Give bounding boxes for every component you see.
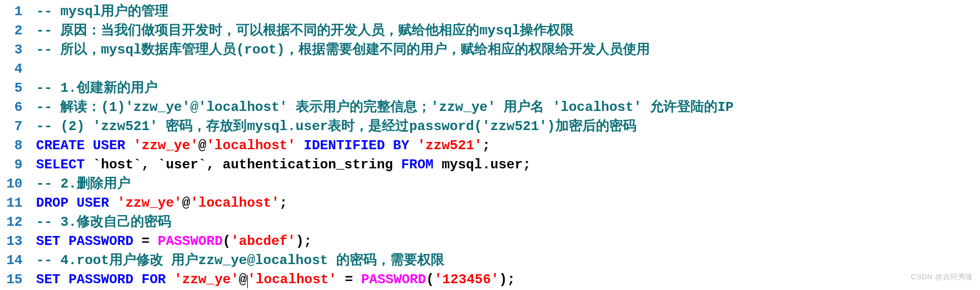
token-comment: -- 2.删除用户 xyxy=(36,176,131,191)
token-string: 'localhost' xyxy=(190,195,279,211)
code-line[interactable]: 15SET PASSWORD FOR 'zzw_ye'@'localhost' … xyxy=(0,270,980,289)
token-string: '123456' xyxy=(434,272,499,287)
line-number: 1 xyxy=(0,2,27,21)
token-text xyxy=(125,138,133,153)
line-content[interactable]: SELECT `host`, `user`, authentication_st… xyxy=(27,155,531,175)
token-text: ( xyxy=(222,234,230,249)
code-line[interactable]: 10-- 2.删除用户 xyxy=(0,175,980,194)
token-comment: -- mysql用户的管理 xyxy=(36,4,168,19)
line-number: 15 xyxy=(0,270,27,289)
token-comment: -- 3.修改自己的密码 xyxy=(36,215,171,230)
line-number: 13 xyxy=(0,232,27,251)
line-content[interactable]: -- 4.root用户修改 用户zzw_ye@localhost 的密码，需要权… xyxy=(27,251,444,270)
line-content[interactable]: DROP USER 'zzw_ye'@'localhost'; xyxy=(27,194,288,213)
line-content[interactable] xyxy=(27,60,36,79)
token-text xyxy=(385,138,393,153)
token-text: ; xyxy=(279,195,287,211)
code-line[interactable]: 7-- (2) 'zzw521' 密码，存放到mysql.user表时，是经过p… xyxy=(0,117,980,136)
token-text: mysql.user; xyxy=(434,157,531,172)
code-line[interactable]: 8CREATE USER 'zzw_ye'@'localhost' IDENTI… xyxy=(0,136,980,155)
token-comment: -- 解读：(1)'zzw_ye'@'localhost' 表示用户的完整信息；… xyxy=(36,100,734,115)
token-string: 'abcdef' xyxy=(231,234,296,249)
token-keyword: PASSWORD xyxy=(69,234,133,249)
token-comment: -- 所以，mysql数据库管理人员(root)，根据需要创建不同的用户，赋给相… xyxy=(36,42,650,57)
code-line[interactable]: 14-- 4.root用户修改 用户zzw_ye@localhost 的密码，需… xyxy=(0,251,980,270)
code-editor[interactable]: 1-- mysql用户的管理2-- 原因：当我们做项目开发时，可以根据不同的开发… xyxy=(0,2,980,289)
line-number: 14 xyxy=(0,251,27,270)
token-keyword: USER xyxy=(77,195,109,211)
line-content[interactable]: -- 解读：(1)'zzw_ye'@'localhost' 表示用户的完整信息；… xyxy=(27,98,734,117)
token-text xyxy=(296,138,304,153)
code-line[interactable]: 4 xyxy=(0,60,980,79)
token-keyword: FOR xyxy=(141,272,166,287)
line-number: 11 xyxy=(0,194,27,213)
token-text xyxy=(166,272,173,287)
token-text: ); xyxy=(296,234,312,249)
line-content[interactable]: -- 3.修改自己的密码 xyxy=(27,213,171,232)
token-text xyxy=(133,272,141,287)
code-line[interactable]: 3-- 所以，mysql数据库管理人员(root)，根据需要创建不同的用户，赋给… xyxy=(0,41,980,60)
token-keyword: USER xyxy=(93,138,126,153)
token-keyword: SET xyxy=(36,272,60,287)
line-number: 3 xyxy=(0,41,27,60)
token-text: @ xyxy=(182,195,190,211)
line-number: 7 xyxy=(0,117,27,136)
token-string: 'localhost' xyxy=(206,138,295,153)
line-number: 6 xyxy=(0,98,27,117)
token-keyword: IDENTIFIED xyxy=(304,138,385,153)
line-content[interactable]: -- 2.删除用户 xyxy=(27,175,131,194)
token-keyword: PASSWORD xyxy=(69,272,133,287)
token-comment: -- 1.创建新的用户 xyxy=(36,81,158,96)
line-number: 2 xyxy=(0,21,27,41)
code-line[interactable]: 13SET PASSWORD = PASSWORD('abcdef'); xyxy=(0,232,980,251)
token-keyword: SET xyxy=(36,234,60,249)
code-line[interactable]: 2-- 原因：当我们做项目开发时，可以根据不同的开发人员，赋给他相应的mysql… xyxy=(0,21,980,41)
token-string: 'localhost' xyxy=(248,272,337,287)
token-keyword: CREATE xyxy=(36,138,84,153)
code-line[interactable]: 6-- 解读：(1)'zzw_ye'@'localhost' 表示用户的完整信息… xyxy=(0,98,980,117)
token-comment: -- (2) 'zzw521' 密码，存放到mysql.user表时，是经过pa… xyxy=(36,119,636,134)
line-number: 9 xyxy=(0,155,27,175)
token-text xyxy=(84,138,92,153)
token-string: 'zzw_ye' xyxy=(117,195,182,211)
code-line[interactable]: 12-- 3.修改自己的密码 xyxy=(0,213,980,232)
token-string: 'zzw521' xyxy=(417,138,482,153)
line-content[interactable]: -- 原因：当我们做项目开发时，可以根据不同的开发人员，赋给他相应的mysql操… xyxy=(27,21,574,41)
token-func: PASSWORD xyxy=(158,234,222,249)
token-string: 'zzw_ye' xyxy=(174,272,239,287)
line-content[interactable]: CREATE USER 'zzw_ye'@'localhost' IDENTIF… xyxy=(27,136,491,155)
token-text: ); xyxy=(499,272,515,287)
line-content[interactable]: -- (2) 'zzw521' 密码，存放到mysql.user表时，是经过pa… xyxy=(27,117,636,136)
line-content[interactable]: SET PASSWORD FOR 'zzw_ye'@'localhost' = … xyxy=(27,270,515,289)
code-line[interactable]: 11DROP USER 'zzw_ye'@'localhost'; xyxy=(0,194,980,213)
token-text xyxy=(69,195,77,211)
line-number: 10 xyxy=(0,175,27,194)
token-text xyxy=(109,195,117,211)
line-number: 8 xyxy=(0,136,27,155)
token-keyword: FROM xyxy=(401,157,434,172)
code-line[interactable]: 1-- mysql用户的管理 xyxy=(0,2,980,21)
token-comment: -- 原因：当我们做项目开发时，可以根据不同的开发人员，赋给他相应的mysql操… xyxy=(36,23,574,38)
token-text: = xyxy=(337,272,361,287)
token-text xyxy=(60,272,68,287)
code-line[interactable]: 5-- 1.创建新的用户 xyxy=(0,79,980,98)
line-number: 12 xyxy=(0,213,27,232)
token-text: ( xyxy=(426,272,434,287)
token-keyword: BY xyxy=(393,138,409,153)
watermark-text: CSDN @吉冈秀隆 xyxy=(911,267,973,287)
token-func: PASSWORD xyxy=(361,272,426,287)
line-content[interactable]: -- 所以，mysql数据库管理人员(root)，根据需要创建不同的用户，赋给相… xyxy=(27,41,650,60)
token-text: = xyxy=(133,234,158,249)
token-text: `host`, `user`, authentication_string xyxy=(84,157,401,172)
token-text xyxy=(60,234,68,249)
token-comment: -- 4.root用户修改 用户zzw_ye@localhost 的密码，需要权… xyxy=(36,253,444,268)
line-content[interactable]: -- mysql用户的管理 xyxy=(27,2,168,21)
token-keyword: DROP xyxy=(36,195,69,211)
line-content[interactable]: -- 1.创建新的用户 xyxy=(27,79,158,98)
line-content[interactable]: SET PASSWORD = PASSWORD('abcdef'); xyxy=(27,232,312,251)
token-keyword: SELECT xyxy=(36,157,84,172)
token-text: @ xyxy=(239,272,247,287)
text-cursor xyxy=(247,275,248,288)
line-number: 4 xyxy=(0,60,27,79)
code-line[interactable]: 9SELECT `host`, `user`, authentication_s… xyxy=(0,155,980,175)
